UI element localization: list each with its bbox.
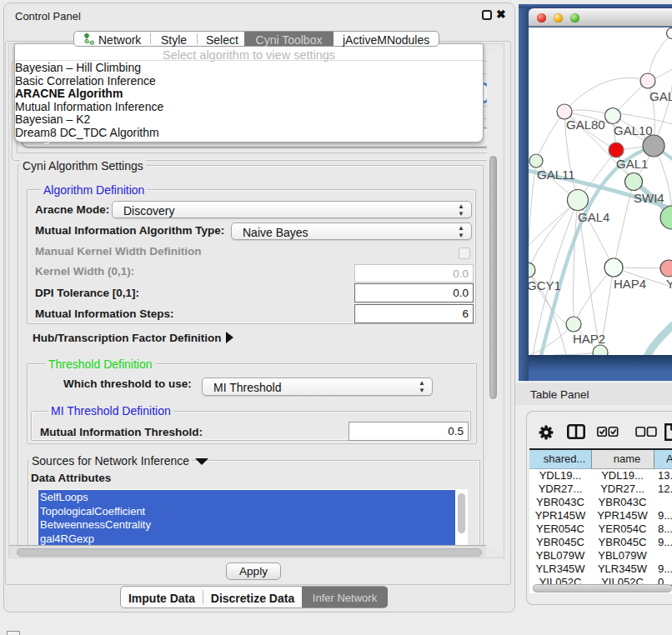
svg-text:GAL80: GAL80 xyxy=(566,118,605,132)
svg-text:GAL7: GAL7 xyxy=(649,89,672,103)
svg-text:HAP4: HAP4 xyxy=(614,277,646,291)
svg-text:GCY1: GCY1 xyxy=(529,278,561,292)
svg-text:GAL4: GAL4 xyxy=(578,210,609,224)
svg-text:GAL11: GAL11 xyxy=(537,168,575,182)
svg-text:Y: Y xyxy=(666,277,672,291)
svg-text:HAP2: HAP2 xyxy=(573,332,605,346)
svg-text:SWI4: SWI4 xyxy=(634,191,664,205)
svg-text:GAL10: GAL10 xyxy=(614,123,653,138)
svg-text:GAL1: GAL1 xyxy=(616,157,648,171)
